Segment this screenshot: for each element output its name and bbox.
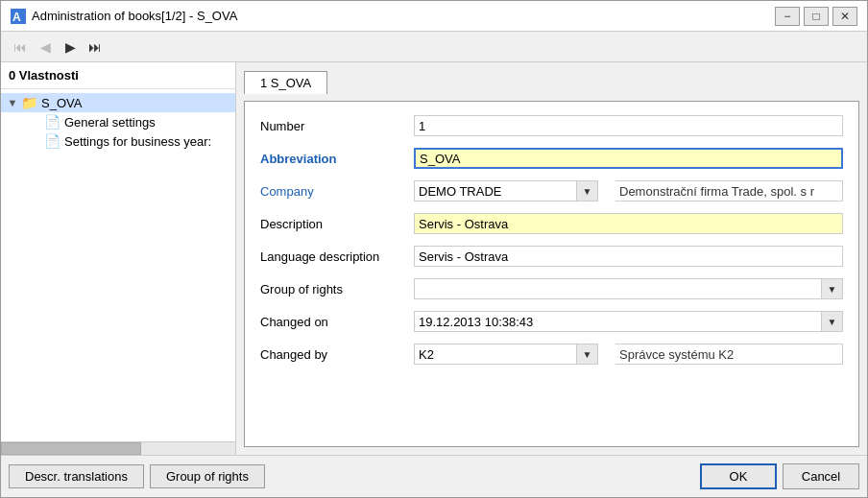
bottom-right-buttons: OK Cancel xyxy=(700,463,859,489)
descr-translations-button[interactable]: Descr. translations xyxy=(9,464,144,488)
window-controls: − □ ✕ xyxy=(775,7,857,26)
right-panel: 1 S_OVA Number Abbreviation Company xyxy=(236,62,867,455)
tab-s-ova[interactable]: 1 S_OVA xyxy=(244,71,327,94)
label-group-rights: Group of rights xyxy=(260,282,414,296)
input-group-rights[interactable] xyxy=(414,278,822,299)
company-row: ▼ Demonstrační firma Trade, spol. s r xyxy=(414,180,843,202)
group-rights-dropdown-btn[interactable]: ▼ xyxy=(822,278,843,299)
toolbar: ⏮ ◀ ▶ ⏭ xyxy=(1,32,867,62)
scroll-thumb xyxy=(1,442,141,455)
input-number[interactable] xyxy=(414,115,843,136)
doc-icon-2: 📄 xyxy=(43,133,60,149)
tree-child-item-general[interactable]: 📄 General settings xyxy=(20,112,235,131)
cancel-button[interactable]: Cancel xyxy=(783,463,859,489)
form-row-group-rights: Group of rights ▼ xyxy=(260,276,843,301)
company-dropdown-btn[interactable]: ▼ xyxy=(577,180,598,202)
tree-child-label-2: Settings for business year: xyxy=(64,134,211,149)
bottom-left-buttons: Descr. translations Group of rights xyxy=(9,464,265,488)
first-icon: ⏮ xyxy=(13,39,27,55)
changed-by-row: ▼ Správce systému K2 xyxy=(414,344,843,365)
tree-toggle-icon: ▼ xyxy=(5,97,20,108)
input-company[interactable] xyxy=(414,180,577,202)
label-number: Number xyxy=(260,119,414,133)
tree-root-item[interactable]: ▼ 📁 S_OVA xyxy=(1,93,235,112)
minimize-button[interactable]: − xyxy=(775,7,800,26)
last-icon: ⏭ xyxy=(88,39,102,55)
svg-text:A: A xyxy=(12,11,21,24)
left-panel: 0 Vlastnosti ▼ 📁 S_OVA 📄 General setting… xyxy=(1,62,236,455)
play-button[interactable]: ▶ xyxy=(59,36,82,59)
changed-by-dropdown: ▼ xyxy=(414,344,615,365)
form-panel: Number Abbreviation Company ▼ xyxy=(244,101,859,447)
title-bar: A Administration of books[1/2] - S_OVA −… xyxy=(1,1,867,32)
input-changed-on[interactable] xyxy=(414,311,822,332)
group-rights-container: ▼ xyxy=(414,278,843,299)
form-row-number: Number xyxy=(260,113,843,138)
prev-button[interactable]: ◀ xyxy=(34,36,57,59)
tree-root-label: S_OVA xyxy=(41,96,82,110)
input-changed-by[interactable] xyxy=(414,344,577,365)
label-description: Description xyxy=(260,217,414,231)
first-button[interactable]: ⏮ xyxy=(9,36,32,59)
input-description[interactable] xyxy=(414,213,843,234)
tab-bar: 1 S_OVA xyxy=(244,70,859,93)
tree-children: 📄 General settings 📄 Settings for busine… xyxy=(20,112,235,151)
changed-on-container: ▼ xyxy=(414,311,843,332)
bottom-bar: Descr. translations Group of rights OK C… xyxy=(1,455,867,497)
play-icon: ▶ xyxy=(65,39,76,55)
form-row-abbreviation: Abbreviation xyxy=(260,146,843,171)
input-language-description[interactable] xyxy=(414,246,843,267)
label-company: Company xyxy=(260,184,414,199)
close-button[interactable]: ✕ xyxy=(832,7,857,26)
form-row-language-description: Language description xyxy=(260,244,843,269)
main-content: 0 Vlastnosti ▼ 📁 S_OVA 📄 General setting… xyxy=(1,62,867,455)
scroll-track xyxy=(1,442,235,455)
changed-by-extra-text: Správce systému K2 xyxy=(615,344,843,365)
main-window: A Administration of books[1/2] - S_OVA −… xyxy=(0,0,868,498)
tree-area: ▼ 📁 S_OVA 📄 General settings 📄 Settings … xyxy=(1,89,235,441)
folder-icon: 📁 xyxy=(20,95,37,110)
last-button[interactable]: ⏭ xyxy=(84,36,107,59)
input-abbreviation[interactable] xyxy=(414,148,843,169)
company-dropdown: ▼ xyxy=(414,180,615,202)
label-abbreviation: Abbreviation xyxy=(260,152,414,166)
changed-on-dropdown-btn[interactable]: ▼ xyxy=(822,311,843,332)
label-language-description: Language description xyxy=(260,249,414,264)
ok-button[interactable]: OK xyxy=(700,463,777,489)
app-icon: A xyxy=(11,9,26,24)
form-row-description: Description xyxy=(260,211,843,236)
form-row-changed-by: Changed by ▼ Správce systému K2 xyxy=(260,342,843,367)
title-bar-left: A Administration of books[1/2] - S_OVA xyxy=(11,9,237,24)
group-of-rights-button[interactable]: Group of rights xyxy=(150,464,265,488)
prev-icon: ◀ xyxy=(40,39,51,55)
window-title: Administration of books[1/2] - S_OVA xyxy=(32,9,237,23)
tree-child-label-1: General settings xyxy=(64,115,156,130)
company-extra-text: Demonstrační firma Trade, spol. s r xyxy=(615,180,843,202)
form-row-changed-on: Changed on ▼ xyxy=(260,309,843,334)
changed-by-dropdown-btn[interactable]: ▼ xyxy=(577,344,598,365)
label-changed-by: Changed by xyxy=(260,347,414,362)
scroll-bar[interactable] xyxy=(1,441,235,455)
doc-icon-1: 📄 xyxy=(43,114,60,130)
left-panel-header: 0 Vlastnosti xyxy=(1,62,235,89)
tree-child-item-business[interactable]: 📄 Settings for business year: xyxy=(20,131,235,151)
label-changed-on: Changed on xyxy=(260,315,414,329)
form-row-company: Company ▼ Demonstrační firma Trade, spol… xyxy=(260,178,843,203)
maximize-button[interactable]: □ xyxy=(804,7,829,26)
